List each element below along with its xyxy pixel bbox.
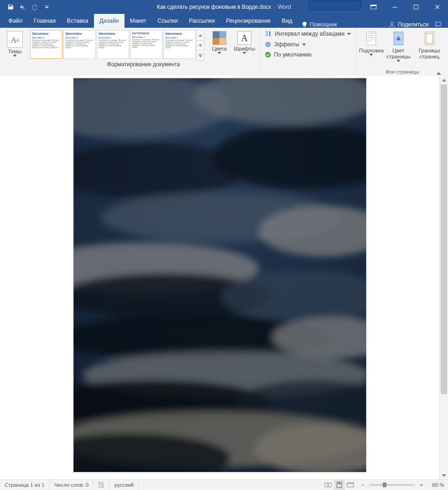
view-print-layout[interactable] <box>334 480 345 490</box>
zoom-slider-handle[interactable] <box>383 483 386 487</box>
tab-view[interactable]: Вид <box>276 14 298 28</box>
tell-me-label: Помощник <box>310 21 337 28</box>
ribbon-design: Aa Темы Заголовок Заголовок 1 Коллекция … <box>0 28 448 76</box>
page-borders-button[interactable]: Границы страниц <box>413 30 445 63</box>
lightbulb-icon <box>301 21 308 28</box>
watermark-button[interactable]: TEXT Подложка <box>359 30 383 63</box>
ribbon-options-icon <box>370 4 377 10</box>
background-image-clouds <box>74 78 366 472</box>
effects-button[interactable]: Эффекты <box>262 40 353 49</box>
group-label-document-formatting: Форматирование документа <box>107 61 180 68</box>
tab-mailings[interactable]: Рассылки <box>183 14 220 28</box>
title-bar: Как сделать рисунок фоновым в Ворде.docx… <box>0 0 448 14</box>
share-label: Поделиться <box>398 21 429 28</box>
scroll-track[interactable] <box>440 84 448 471</box>
gallery-scroll-down[interactable] <box>197 41 204 51</box>
collapse-ribbon-button[interactable] <box>436 71 442 75</box>
svg-rect-2 <box>392 7 397 7</box>
workspace <box>0 76 448 480</box>
web-layout-icon <box>347 482 354 488</box>
style-set-gallery[interactable]: Заголовок Заголовок 1 Коллекция на вклад… <box>30 30 205 61</box>
chevron-down-icon <box>302 44 306 46</box>
maximize-button[interactable] <box>405 0 427 14</box>
themes-button[interactable]: Aa Темы <box>3 30 27 58</box>
status-spellcheck[interactable] <box>93 480 110 490</box>
chevron-down-icon <box>13 55 17 57</box>
ribbon-display-options[interactable] <box>363 0 384 14</box>
close-button[interactable] <box>427 0 448 14</box>
quick-access-toolbar <box>0 0 53 14</box>
chevron-down-icon <box>347 33 351 35</box>
style-thumb[interactable]: Заголовок Заголовок 1 Коллекция на вклад… <box>30 30 62 59</box>
paragraph-spacing-button[interactable]: Интервал между абзацами <box>262 29 353 39</box>
undo-icon <box>19 4 26 10</box>
share-button[interactable]: Поделиться <box>389 21 429 28</box>
zoom-percent[interactable]: 80 % <box>428 482 444 488</box>
status-page[interactable]: Страница 1 из 1 <box>0 480 50 490</box>
page-borders-icon <box>423 31 436 47</box>
ribbon-tabs: Файл Главная Вставка Дизайн Макет Ссылки… <box>0 14 448 28</box>
zoom-control: − + 80 % <box>356 482 448 488</box>
svg-rect-35 <box>338 483 341 484</box>
svg-rect-3 <box>414 5 418 9</box>
app-name: Word <box>278 4 291 10</box>
effects-icon <box>265 41 271 48</box>
style-thumb[interactable]: Заголовок Заголовок 1 Коллекция на вклад… <box>130 30 162 59</box>
document-formatting-group: Заголовок Заголовок 1 Коллекция на вклад… <box>28 28 260 76</box>
zoom-out-button[interactable]: − <box>360 482 367 488</box>
status-word-count[interactable]: Число слов: 0 <box>50 480 93 490</box>
svg-rect-34 <box>337 482 342 488</box>
document-page <box>73 78 367 472</box>
fonts-button[interactable]: A Шрифты <box>231 30 257 56</box>
save-button[interactable] <box>5 0 17 14</box>
set-default-button[interactable]: По умолчанию <box>262 50 353 59</box>
scroll-up-button[interactable] <box>440 76 448 84</box>
group-label-page-background: Фон страницы <box>386 69 419 75</box>
svg-rect-32 <box>74 78 366 472</box>
page-color-button[interactable]: Цвет страницы <box>384 30 412 63</box>
document-area[interactable] <box>0 76 439 480</box>
gallery-scroll-up[interactable] <box>197 31 204 41</box>
tab-review[interactable]: Рецензирование <box>220 14 276 28</box>
vertical-scrollbar[interactable] <box>439 76 448 480</box>
tab-references[interactable]: Ссылки <box>152 14 183 28</box>
scroll-thumb[interactable] <box>441 84 447 394</box>
zoom-in-button[interactable]: + <box>418 482 425 488</box>
read-mode-icon <box>324 482 332 488</box>
style-thumb[interactable]: Заголовок Заголовок 1 Коллекция на вклад… <box>163 30 196 59</box>
comments-icon[interactable] <box>435 21 442 28</box>
themes-icon: Aa <box>7 31 23 48</box>
tab-file[interactable]: Файл <box>3 14 28 28</box>
account-box[interactable] <box>309 0 361 10</box>
status-language[interactable]: русский <box>110 480 138 490</box>
zoom-slider[interactable] <box>369 484 415 486</box>
tell-me-control[interactable]: Помощник <box>301 21 337 28</box>
view-web-layout[interactable] <box>345 480 356 490</box>
qat-customize-button[interactable] <box>41 0 53 14</box>
minimize-icon <box>392 4 398 10</box>
themes-label: Темы <box>8 49 22 55</box>
style-thumb[interactable]: Заголовок Заголовок 1 Коллекция на вклад… <box>63 30 96 59</box>
status-bar: Страница 1 из 1 Число слов: 0 русский − … <box>0 479 448 490</box>
gallery-scroll <box>196 30 205 61</box>
undo-button[interactable] <box>17 0 29 14</box>
svg-point-4 <box>391 22 393 25</box>
colors-button[interactable]: Цвета <box>207 30 231 56</box>
chevron-up-icon <box>436 71 442 75</box>
document-name: Как сделать рисунок фоновым в Ворде.docx <box>157 4 271 10</box>
gallery-expand[interactable] <box>197 50 204 60</box>
chevron-down-icon <box>218 52 221 54</box>
view-read-mode[interactable] <box>323 480 334 490</box>
tab-insert[interactable]: Вставка <box>61 14 93 28</box>
tab-layout[interactable]: Макет <box>124 14 152 28</box>
redo-button[interactable] <box>29 0 41 14</box>
colors-label: Цвета <box>212 46 227 52</box>
scroll-down-button[interactable] <box>440 471 448 480</box>
tab-design[interactable]: Дизайн <box>94 14 124 28</box>
window-controls <box>309 0 448 14</box>
tab-home[interactable]: Главная <box>28 14 62 28</box>
style-thumb[interactable]: Заголовок Заголовок 1 Коллекция на вклад… <box>97 30 129 59</box>
svg-point-7 <box>266 42 270 47</box>
minimize-button[interactable] <box>384 0 405 14</box>
chevron-down-icon <box>243 52 246 54</box>
